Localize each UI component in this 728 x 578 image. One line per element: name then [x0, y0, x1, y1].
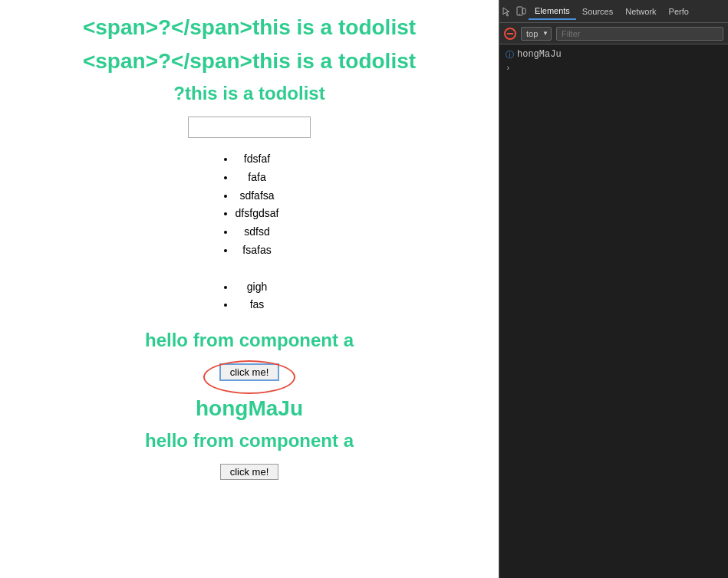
list-item: sdfsd — [236, 223, 279, 241]
devtools-console: ⓘ hongMaJu › — [499, 44, 728, 578]
main-content: <span>?</span>this is a todolist <span>?… — [0, 0, 499, 578]
devtools-tabs-row: Elements Sources Network Perfo — [499, 0, 728, 23]
component-a-label-1: hello from component a — [31, 330, 468, 351]
hongmaju-label: hongMaJu — [31, 396, 468, 421]
list-item: fsafas — [236, 241, 279, 260]
top-dropdown-wrapper: top — [521, 27, 552, 41]
block-icon[interactable] — [504, 28, 516, 40]
console-item-hongmaju[interactable]: ⓘ hongMaJu — [499, 48, 728, 62]
list-item: sdfafsa — [236, 187, 279, 205]
svg-point-2 — [519, 13, 520, 14]
devtools-panel: Elements Sources Network Perfo top ⓘ hon… — [499, 0, 728, 578]
todo-list-wrapper: fdsfaf fafa sdfafsa dfsfgdsaf sdfsd fsaf… — [31, 150, 468, 314]
list-item: fas — [236, 296, 279, 314]
console-item-arrow[interactable]: › — [499, 62, 728, 74]
info-circle-icon: ⓘ — [506, 49, 514, 61]
tab-network[interactable]: Network — [619, 4, 662, 19]
click-me-button-2[interactable]: click me! — [220, 464, 279, 480]
device-icon[interactable] — [515, 5, 527, 18]
list-item: fdsfaf — [236, 150, 279, 169]
list-item: gigh — [236, 278, 279, 297]
devtools-secondary-toolbar: top — [499, 23, 728, 44]
tab-performance[interactable]: Perfo — [663, 4, 695, 19]
cursor-icon[interactable] — [501, 5, 513, 18]
heading1: <span>?</span>this is a todolist — [31, 15, 468, 40]
arrow-icon: › — [506, 64, 511, 73]
list-item: dfsfgdsaf — [236, 205, 279, 223]
console-item-label: hongMaJu — [517, 49, 562, 60]
filter-input[interactable] — [556, 27, 723, 41]
top-dropdown[interactable]: top — [521, 27, 552, 41]
todo-input[interactable] — [188, 117, 311, 138]
todo-list: fdsfaf fafa sdfafsa dfsfgdsaf sdfsd fsaf… — [220, 150, 279, 314]
heading2: <span>?</span>this is a todolist — [31, 49, 468, 74]
svg-rect-1 — [522, 8, 525, 14]
heading3: ?this is a todolist — [31, 83, 468, 104]
click-btn-highlighted-wrapper: click me! — [199, 363, 299, 390]
tab-elements[interactable]: Elements — [529, 3, 576, 20]
list-item-empty — [236, 260, 279, 278]
click-me-button-1[interactable]: click me! — [219, 363, 280, 381]
component-a-label-2: hello from component a — [31, 430, 468, 452]
list-item: fafa — [236, 169, 279, 187]
tab-sources[interactable]: Sources — [576, 4, 619, 19]
